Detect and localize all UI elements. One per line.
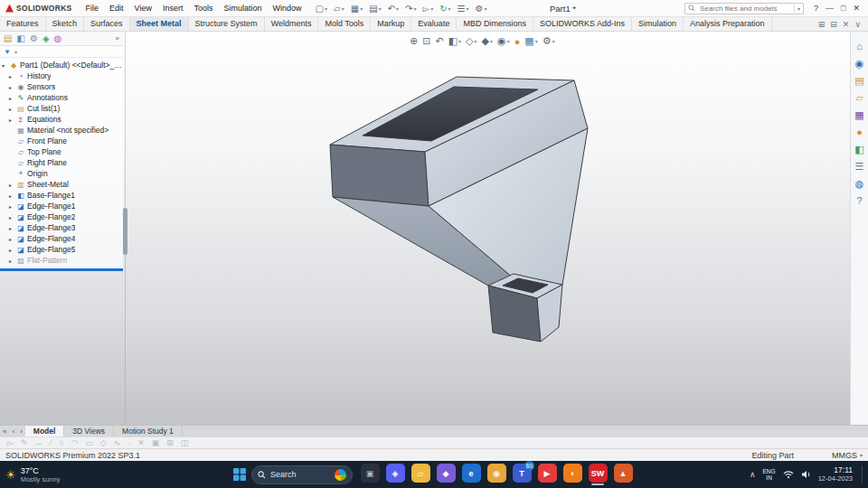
tree-root-item[interactable]: ▾ ◆ Part1 (Default) <<Default>_Display S… <box>0 60 123 70</box>
prev-tab-button[interactable]: ‹ <box>9 426 17 436</box>
search-input[interactable] <box>698 4 791 14</box>
next-tab-button[interactable]: › <box>17 426 25 436</box>
featuremanager-tab[interactable]: ▤ <box>4 34 12 43</box>
ribbon-tab[interactable]: Sheet Metal <box>130 17 189 31</box>
home-icon[interactable]: ⌂ <box>856 41 863 52</box>
filter-caret-icon[interactable]: ▾ <box>14 49 17 55</box>
pin-ribbon-icon[interactable]: ⊞ <box>818 20 826 29</box>
expand-arrow-icon[interactable]: ▸ <box>9 117 16 123</box>
tree-item[interactable]: ▱ Right Plane <box>0 157 123 168</box>
tree-item[interactable]: ▸ ▤ Cut list(1) <box>0 103 123 114</box>
close-button[interactable]: ✕ <box>850 4 863 13</box>
panel-splitter[interactable] <box>123 32 127 425</box>
smart-dimension-icon[interactable]: ↔ <box>34 438 42 447</box>
select-icon[interactable]: ▻ <box>7 438 14 447</box>
search-dropdown-icon[interactable]: ▾ <box>797 5 800 12</box>
ribbon-tab[interactable]: Simulation <box>632 17 684 31</box>
zoom-area-icon[interactable]: ⊡ ▾ <box>421 35 431 47</box>
save-button[interactable]: ▦ ▾ <box>349 4 364 14</box>
rebuild-button[interactable]: ↻ ▾ <box>438 4 452 14</box>
point-icon[interactable]: · <box>127 438 130 447</box>
ribbon-tab[interactable]: Evaluate <box>411 17 457 31</box>
app-red[interactable]: ▶ <box>535 464 559 485</box>
menu-item[interactable]: Simulation <box>219 3 266 14</box>
trim-icon[interactable]: ✕ <box>137 438 145 447</box>
print-button[interactable]: ▤ ▾ <box>367 4 382 14</box>
ribbon-tab[interactable]: Surfaces <box>84 17 130 31</box>
tree-item[interactable]: ▸ ◪ Edge-Flange5 <box>0 244 123 255</box>
wifi-icon[interactable] <box>783 470 794 479</box>
rectangle-icon[interactable]: ▭ <box>85 438 93 447</box>
graphics-area[interactable]: ⊕ ▾ ⊡ ▾ ↶ ▾ ◧ ▾ ◇ ▾ ◆ ▾ ◉ ▾ ● ▾ <box>0 32 868 425</box>
show-desktop-button[interactable] <box>862 465 863 483</box>
ribbon-tab[interactable]: Structure System <box>189 17 265 31</box>
expand-arrow-icon[interactable]: ▸ <box>9 225 16 231</box>
help-button[interactable]: ? <box>811 4 821 13</box>
menu-item[interactable]: File <box>81 3 104 14</box>
expand-arrow-icon[interactable]: ▸ <box>9 236 16 242</box>
tree-item[interactable]: ▱ Top Plane <box>0 146 123 157</box>
ribbon-tab[interactable]: MBD Dimensions <box>457 17 533 31</box>
appearances-icon[interactable]: ● <box>856 127 863 137</box>
tree-item[interactable]: ▸ ◧ Base-Flange1 <box>0 190 123 201</box>
app-firefox[interactable]: ◗ <box>561 464 584 485</box>
line-icon[interactable]: ∕ <box>50 438 52 447</box>
redo-button[interactable]: ↷ ▾ <box>403 4 418 14</box>
language-indicator[interactable]: ENG IN <box>763 468 776 481</box>
document-tab[interactable]: Model <box>25 426 65 436</box>
expand-arrow-icon[interactable]: ▸ <box>9 95 16 101</box>
tree-item[interactable]: ▸ ✎ Annotations <box>0 92 123 103</box>
document-tab[interactable]: 3D Views <box>64 426 114 436</box>
view-orientation-icon[interactable]: ◇ ▾ <box>465 35 477 47</box>
arc-icon[interactable]: ◠ <box>71 438 78 447</box>
ribbon-tab[interactable]: Features <box>0 17 46 31</box>
rollback-bar[interactable] <box>0 268 123 271</box>
menu-item[interactable]: Window <box>269 3 307 14</box>
collapse-ribbon-icon[interactable]: ⊟ <box>830 20 837 29</box>
sketch-icon[interactable]: ✎ <box>21 438 28 447</box>
display-style-icon[interactable]: ◆ ▾ <box>481 35 494 47</box>
expand-arrow-icon[interactable]: ▸ <box>9 106 16 112</box>
menu-item[interactable]: Edit <box>105 3 128 14</box>
start-button[interactable] <box>233 468 246 481</box>
app-chrome[interactable]: ◉ <box>485 464 508 485</box>
forum-icon[interactable]: ◍ <box>855 178 864 189</box>
weather-widget[interactable]: ☀ 37°C Mostly sunny <box>5 461 60 488</box>
options-button[interactable]: ⚙ ▾ <box>474 4 489 14</box>
configurationmanager-tab[interactable]: ⚙ <box>30 34 38 43</box>
dimxpertmanager-tab[interactable]: ◈ <box>42 34 50 43</box>
splitter-grip[interactable] <box>123 208 127 255</box>
offset-icon[interactable]: ⊞ <box>166 438 174 447</box>
mirror-icon[interactable]: ◫ <box>181 438 189 447</box>
bing-search-icon[interactable] <box>335 469 346 481</box>
circle-icon[interactable]: ○ <box>59 438 63 447</box>
filter-icon[interactable]: ▼ <box>4 48 11 56</box>
file-properties-button[interactable]: ☰ ▾ <box>456 4 471 14</box>
zoom-fit-icon[interactable]: ⊕ ▾ <box>409 35 419 47</box>
tree-item[interactable]: ▱ Front Plane <box>0 136 123 146</box>
volume-icon[interactable] <box>801 470 811 479</box>
edit-appearance-icon[interactable]: ● ▾ <box>514 36 522 47</box>
model-3d-hopper[interactable] <box>0 32 868 425</box>
ribbon-tab[interactable]: Weldments <box>265 17 319 31</box>
search-box[interactable]: ▾ <box>684 3 804 14</box>
expand-arrow-icon[interactable]: ▸ <box>9 182 16 188</box>
minimize-button[interactable]: — <box>823 4 836 13</box>
select-button[interactable]: ▻ ▾ <box>420 4 435 14</box>
expand-arrow-icon[interactable]: ▸ <box>9 84 16 90</box>
view-settings-icon[interactable]: ⚙ ▾ <box>542 35 556 47</box>
first-tab-button[interactable]: « <box>0 426 9 436</box>
expand-arrow-icon[interactable]: ▸ <box>9 192 16 199</box>
app-discord[interactable]: ◈ <box>383 464 407 485</box>
tree-item[interactable]: ⌖ Origin <box>0 168 123 179</box>
section-view-icon[interactable]: ◧ ▾ <box>448 35 462 47</box>
expand-arrow-icon[interactable]: ▸ <box>9 73 16 80</box>
ribbon-tab[interactable]: Mold Tools <box>318 17 371 31</box>
tray-expand-icon[interactable]: ∧ <box>750 470 756 479</box>
menu-item[interactable]: Insert <box>158 3 188 14</box>
hopper-left-face[interactable] <box>330 145 429 206</box>
app-edge[interactable]: e <box>459 464 483 485</box>
expand-panel-icon[interactable]: ∨ <box>854 20 861 29</box>
expand-arrow-icon[interactable]: ▾ <box>2 62 9 69</box>
menu-item[interactable]: View <box>130 3 156 14</box>
